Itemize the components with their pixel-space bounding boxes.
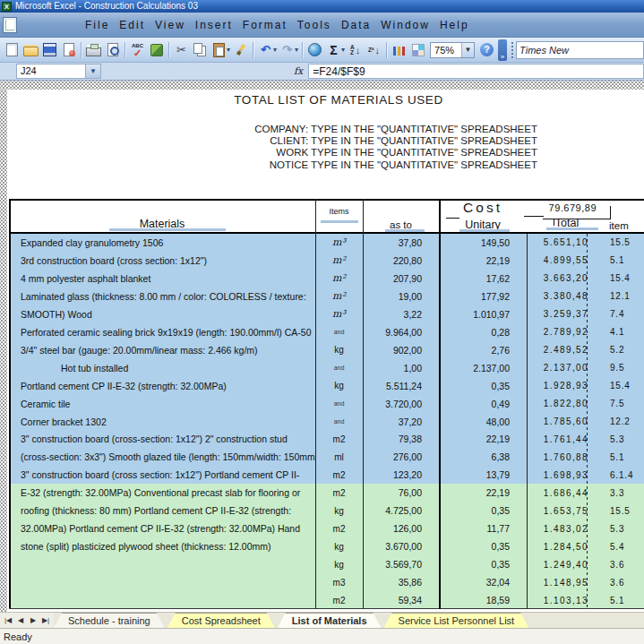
- cell-total-cost[interactable]: 3.663,20: [527, 270, 607, 288]
- cell-unit[interactable]: m³: [315, 234, 363, 252]
- cell-unit[interactable]: m2: [315, 466, 363, 484]
- cell-material[interactable]: (cross-section: 3x3") Smooth glazed tile…: [9, 448, 315, 466]
- cell-total-cost[interactable]: 1.483,02: [527, 519, 607, 537]
- cell-material[interactable]: 3rd construction board (cross section: 1…: [9, 252, 315, 270]
- cell-total-cost[interactable]: 1.686,44: [527, 484, 607, 502]
- toolbar-grip-icon[interactable]: [511, 41, 514, 59]
- cell-unit[interactable]: m²: [315, 288, 363, 305]
- cell-total-cost[interactable]: 1.785,60: [527, 413, 607, 431]
- cell-material[interactable]: Laminated glass (thickness: 8.00 mm / co…: [9, 288, 315, 305]
- name-box[interactable]: J24: [16, 64, 86, 79]
- cell-unitary-cost[interactable]: 22,19: [439, 484, 527, 502]
- cell-quantity[interactable]: 207,90: [363, 270, 439, 288]
- toolbar-options-chevron-icon[interactable]: »: [498, 39, 507, 61]
- cell-total-cost[interactable]: 1.249,40: [527, 555, 607, 573]
- cell-item[interactable]: 15.5: [607, 502, 644, 519]
- name-box-dropdown-icon[interactable]: ▼: [86, 64, 101, 79]
- print-button[interactable]: [84, 39, 103, 61]
- cell-unitary-cost[interactable]: 149,50: [439, 234, 527, 252]
- cell-unit[interactable]: ml: [315, 448, 363, 466]
- cell-unit[interactable]: m2: [315, 519, 363, 537]
- cut-button[interactable]: [172, 39, 191, 61]
- cell-total-cost[interactable]: 2.789,92: [527, 323, 607, 341]
- zoom-value[interactable]: 75%: [431, 45, 461, 56]
- cell-item[interactable]: 7.4: [607, 305, 644, 323]
- cell-unitary-cost[interactable]: 22,19: [439, 430, 527, 448]
- first-sheet-button[interactable]: |◀: [3, 616, 13, 624]
- cell-item[interactable]: 12.2: [607, 413, 644, 431]
- cell-total-cost[interactable]: 1.103,13: [527, 591, 607, 609]
- cell-material[interactable]: [9, 591, 315, 609]
- cell-unitary-cost[interactable]: 177,92: [439, 288, 527, 305]
- table-row[interactable]: 3/4" steel bar (gauge: 20.00mm/linear ma…: [9, 341, 644, 359]
- cell-total-cost[interactable]: 2.489,52: [527, 341, 607, 359]
- menu-file[interactable]: File: [85, 19, 109, 31]
- table-row[interactable]: roofing (thickness: 80 mm) Portland ceme…: [9, 502, 644, 519]
- tab-list-of-materials[interactable]: List of Materials: [278, 613, 382, 628]
- cell-unit[interactable]: m2: [315, 591, 363, 609]
- hyperlink-button[interactable]: [305, 39, 324, 61]
- cell-total-cost[interactable]: 3.380,48: [527, 288, 607, 305]
- cell-item[interactable]: 4.1: [607, 323, 644, 341]
- cell-unitary-cost[interactable]: 0,35: [439, 555, 527, 573]
- cell-item[interactable]: 15.4: [607, 377, 644, 395]
- menu-format[interactable]: Format: [243, 19, 288, 31]
- paste-button[interactable]: [210, 39, 231, 61]
- cell-total-cost[interactable]: 5.651,10: [527, 234, 607, 252]
- cell-unit[interactable]: kg: [315, 555, 363, 573]
- drawing-button[interactable]: [408, 39, 427, 61]
- format-painter-button[interactable]: [231, 39, 250, 61]
- table-row[interactable]: m259,3418,591.103,135.1: [9, 591, 644, 609]
- cell-quantity[interactable]: 3,22: [363, 305, 439, 323]
- tab-service-list-personnel-list[interactable]: Service List Personnel List: [384, 613, 529, 628]
- cell-item[interactable]: 12.1: [607, 288, 644, 305]
- cell-quantity[interactable]: 79,38: [363, 430, 439, 448]
- cell-quantity[interactable]: 37,20: [363, 413, 439, 431]
- cell-quantity[interactable]: 126,00: [363, 519, 439, 537]
- menu-view[interactable]: View: [155, 19, 185, 31]
- cell-item[interactable]: 3.6: [607, 573, 644, 591]
- cell-material[interactable]: Corner bracket 1302: [9, 413, 315, 431]
- tab-cost-spreadsheet[interactable]: Cost Spreadsheet: [167, 613, 275, 628]
- cell-total-cost[interactable]: 1.148,95: [527, 573, 607, 591]
- cell-material[interactable]: 3" construction board (cross section: 1x…: [9, 466, 315, 484]
- cell-quantity[interactable]: 3.670,00: [363, 537, 439, 555]
- menu-tools[interactable]: Tools: [297, 19, 331, 31]
- cell-unitary-cost[interactable]: 13,79: [439, 466, 527, 484]
- cell-item[interactable]: 3.3: [607, 484, 644, 502]
- table-row[interactable]: 3" construction board (cross section: 1x…: [9, 466, 644, 484]
- menu-edit[interactable]: Edit: [119, 19, 145, 31]
- worksheet-page[interactable]: TOTAL LIST OF MATERIALS USED COMPANY: TY…: [7, 90, 644, 612]
- chart-wizard-button[interactable]: [390, 39, 408, 61]
- table-row[interactable]: (cross-section: 3x3") Smooth glazed tile…: [9, 448, 644, 466]
- cell-unitary-cost[interactable]: 17,62: [439, 270, 527, 288]
- cell-material[interactable]: Hot tub installed: [9, 359, 315, 377]
- cell-quantity[interactable]: 123,20: [363, 466, 439, 484]
- cell-material[interactable]: [9, 555, 315, 573]
- cell-quantity[interactable]: 1,00: [363, 359, 439, 377]
- spelling-button[interactable]: [128, 39, 147, 61]
- cell-quantity[interactable]: 76,00: [363, 484, 439, 502]
- cell-item[interactable]: 5.1: [607, 448, 644, 466]
- cell-unitary-cost[interactable]: 1.010,97: [439, 305, 527, 323]
- cell-item[interactable]: 5.1: [607, 252, 644, 270]
- cell-item[interactable]: 3.6: [607, 555, 644, 573]
- cell-material[interactable]: SMOOTH) Wood: [9, 305, 315, 323]
- cell-quantity[interactable]: 276,00: [363, 448, 439, 466]
- table-row[interactable]: Laminated glass (thickness: 8.00 mm / co…: [9, 288, 644, 305]
- cell-unitary-cost[interactable]: 18,59: [439, 591, 527, 609]
- menu-window[interactable]: Window: [381, 19, 430, 31]
- table-row[interactable]: kg3.569,700,351.249,403.6: [9, 555, 644, 573]
- cell-unit[interactable]: m³: [315, 305, 363, 323]
- cell-unit[interactable]: and: [315, 323, 363, 341]
- cell-material[interactable]: Expanded clay granulometry 1506: [9, 234, 315, 252]
- sort-descending-button[interactable]: [365, 39, 383, 61]
- cell-unitary-cost[interactable]: 2.137,00: [439, 359, 527, 377]
- cell-unit[interactable]: m2: [315, 484, 363, 502]
- cell-quantity[interactable]: 220,80: [363, 252, 439, 270]
- cell-material[interactable]: 32.00MPa) Portland cement CP II-E-32 (st…: [9, 519, 315, 537]
- cell-unit[interactable]: m²: [315, 270, 363, 288]
- permission-button[interactable]: [59, 39, 78, 61]
- cell-item[interactable]: 15.5: [607, 234, 644, 252]
- cell-item[interactable]: 6.1.4: [607, 466, 644, 484]
